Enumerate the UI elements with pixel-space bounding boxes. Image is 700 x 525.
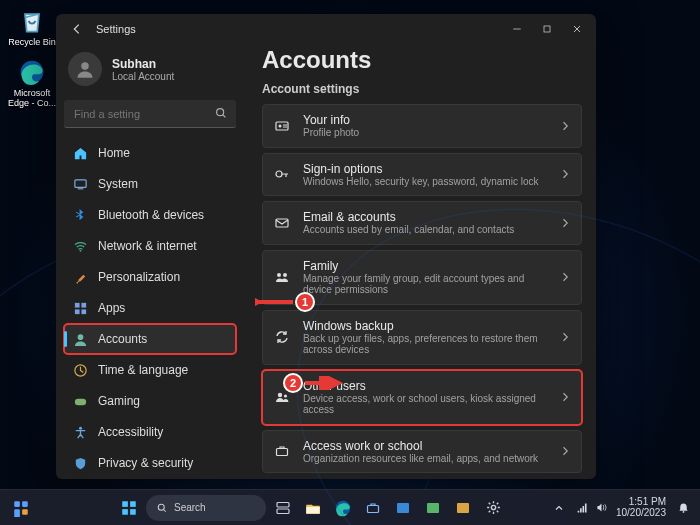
profile-sub: Local Account bbox=[112, 71, 174, 82]
sidebar-item-label: Home bbox=[98, 146, 130, 160]
svg-rect-40 bbox=[427, 503, 439, 513]
sidebar-item-label: Accounts bbox=[98, 332, 147, 346]
sidebar-item-time[interactable]: Time & language bbox=[64, 355, 236, 385]
page-heading: Accounts bbox=[262, 46, 582, 74]
chevron-right-icon bbox=[559, 217, 571, 229]
card-subtitle: Back up your files, apps, preferences to… bbox=[303, 333, 547, 356]
profile-name: Subhan bbox=[112, 57, 174, 71]
card-work-school[interactable]: Access work or schoolOrganization resour… bbox=[262, 430, 582, 474]
desktop-icon-label: Microsoft Edge - Co... bbox=[6, 89, 58, 108]
sidebar-item-label: Personalization bbox=[98, 270, 180, 284]
sidebar-item-label: Bluetooth & devices bbox=[98, 208, 204, 222]
card-your-info[interactable]: Your infoProfile photo bbox=[262, 104, 582, 148]
card-subtitle: Device access, work or school users, kio… bbox=[303, 393, 547, 416]
card-subtitle: Profile photo bbox=[303, 127, 547, 139]
sidebar-item-gaming[interactable]: Gaming bbox=[64, 386, 236, 416]
sidebar: Subhan Local Account HomeSystemBluetooth… bbox=[56, 44, 244, 479]
card-backup[interactable]: Windows backupBack up your files, apps, … bbox=[262, 310, 582, 365]
avatar bbox=[68, 52, 102, 86]
card-title: Email & accounts bbox=[303, 210, 547, 224]
wifi-icon bbox=[72, 238, 88, 254]
accessibility-icon bbox=[72, 424, 88, 440]
sidebar-item-label: Time & language bbox=[98, 363, 188, 377]
other-users-icon bbox=[273, 388, 291, 406]
back-button[interactable] bbox=[66, 18, 88, 40]
sidebar-item-system[interactable]: System bbox=[64, 169, 236, 199]
card-subtitle: Manage your family group, edit account t… bbox=[303, 273, 547, 296]
key-icon bbox=[273, 165, 291, 183]
start-button[interactable] bbox=[116, 495, 142, 521]
card-title: Sign-in options bbox=[303, 162, 547, 176]
task-view-button[interactable] bbox=[270, 495, 296, 521]
svg-rect-39 bbox=[397, 503, 409, 513]
edge-icon bbox=[17, 57, 47, 87]
taskbar: Search 1:51 PM 10/20/2023 bbox=[0, 489, 700, 525]
sidebar-item-privacy[interactable]: Privacy & security bbox=[64, 448, 236, 478]
profile-block[interactable]: Subhan Local Account bbox=[64, 48, 236, 96]
family-icon bbox=[273, 268, 291, 286]
taskbar-clock[interactable]: 1:51 PM 10/20/2023 bbox=[616, 497, 666, 518]
notifications-button[interactable] bbox=[674, 495, 692, 521]
clock-icon bbox=[72, 362, 88, 378]
taskbar-app-generic2[interactable] bbox=[420, 495, 446, 521]
section-label: Account settings bbox=[262, 82, 582, 96]
close-button[interactable] bbox=[562, 15, 592, 43]
sidebar-item-accounts[interactable]: Accounts bbox=[64, 324, 236, 354]
volume-icon bbox=[595, 501, 608, 514]
card-subtitle: Organization resources like email, apps,… bbox=[303, 453, 547, 465]
card-other-users[interactable]: Other usersDevice access, work or school… bbox=[262, 370, 582, 425]
clock-date: 10/20/2023 bbox=[616, 508, 666, 519]
card-email[interactable]: Email & accountsAccounts used by email, … bbox=[262, 201, 582, 245]
card-family[interactable]: FamilyManage your family group, edit acc… bbox=[262, 250, 582, 305]
main-panel: Accounts Account settings Your infoProfi… bbox=[244, 44, 596, 479]
desktop-icon-label: Recycle Bin bbox=[8, 38, 56, 47]
window-title: Settings bbox=[96, 23, 502, 35]
recycle-bin-icon bbox=[17, 6, 47, 36]
sidebar-item-label: System bbox=[98, 177, 138, 191]
settings-window: Settings Subhan Local Account HomeSystem… bbox=[56, 14, 596, 479]
sidebar-item-label: Network & internet bbox=[98, 239, 197, 253]
shield-icon bbox=[72, 455, 88, 471]
home-icon bbox=[72, 145, 88, 161]
desktop-icon-recycle-bin[interactable]: Recycle Bin bbox=[6, 6, 58, 47]
desktop-icon-edge[interactable]: Microsoft Edge - Co... bbox=[6, 57, 58, 108]
sidebar-item-bluetooth[interactable]: Bluetooth & devices bbox=[64, 200, 236, 230]
sidebar-item-network[interactable]: Network & internet bbox=[64, 231, 236, 261]
sidebar-item-accessibility[interactable]: Accessibility bbox=[64, 417, 236, 447]
sidebar-item-personalization[interactable]: Personalization bbox=[64, 262, 236, 292]
taskbar-app-explorer[interactable] bbox=[300, 495, 326, 521]
taskbar-app-store[interactable] bbox=[360, 495, 386, 521]
id-icon bbox=[273, 117, 291, 135]
sidebar-item-label: Privacy & security bbox=[98, 456, 193, 470]
maximize-button[interactable] bbox=[532, 15, 562, 43]
taskbar-app-generic3[interactable] bbox=[450, 495, 476, 521]
taskbar-widgets[interactable] bbox=[8, 495, 34, 521]
taskbar-app-edge[interactable] bbox=[330, 495, 356, 521]
tray-status[interactable] bbox=[576, 501, 608, 514]
sidebar-item-label: Accessibility bbox=[98, 425, 163, 439]
card-title: Other users bbox=[303, 379, 547, 393]
sidebar-item-home[interactable]: Home bbox=[64, 138, 236, 168]
network-icon bbox=[576, 501, 589, 514]
person-icon bbox=[72, 331, 88, 347]
search-input[interactable] bbox=[64, 100, 236, 128]
card-subtitle: Accounts used by email, calendar, and co… bbox=[303, 224, 547, 236]
apps-icon bbox=[72, 300, 88, 316]
search-icon bbox=[214, 106, 228, 120]
mail-icon bbox=[273, 214, 291, 232]
briefcase-icon bbox=[273, 442, 291, 460]
chevron-right-icon bbox=[559, 391, 571, 403]
card-title: Access work or school bbox=[303, 439, 547, 453]
chevron-right-icon bbox=[559, 120, 571, 132]
minimize-button[interactable] bbox=[502, 15, 532, 43]
taskbar-search-label: Search bbox=[174, 502, 206, 513]
tray-overflow[interactable] bbox=[550, 495, 568, 521]
sidebar-item-apps[interactable]: Apps bbox=[64, 293, 236, 323]
card-signin[interactable]: Sign-in optionsWindows Hello, security k… bbox=[262, 153, 582, 197]
chevron-right-icon bbox=[559, 331, 571, 343]
taskbar-app-settings[interactable] bbox=[480, 495, 506, 521]
taskbar-search[interactable]: Search bbox=[146, 495, 266, 521]
taskbar-app-generic1[interactable] bbox=[390, 495, 416, 521]
sync-icon bbox=[273, 328, 291, 346]
sidebar-item-label: Apps bbox=[98, 301, 125, 315]
